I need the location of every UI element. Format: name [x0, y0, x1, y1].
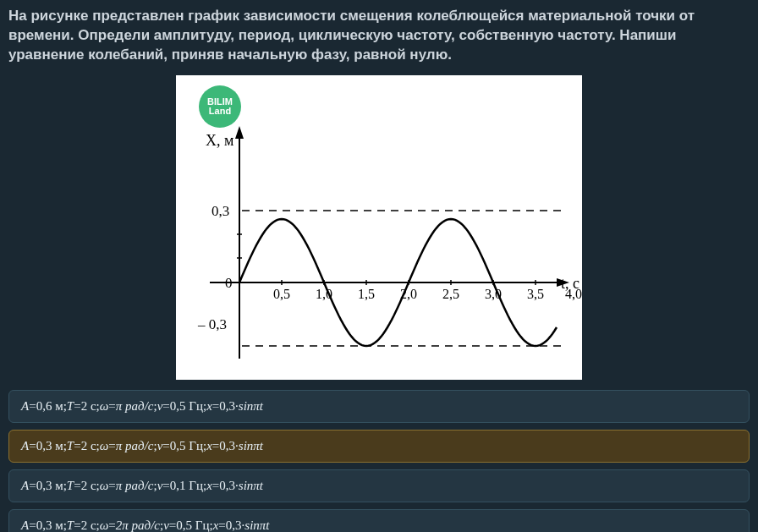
- option-A-symbol: A: [21, 399, 29, 414]
- option-3[interactable]: A = 0,3 м; T = 2 с; ω = π рад/с; ν = 0,1…: [8, 469, 750, 502]
- question-text: На рисунке представлен график зависимост…: [8, 7, 750, 65]
- option-2[interactable]: A = 0,3 м; T = 2 с; ω = π рад/с; ν = 0,5…: [8, 430, 750, 463]
- svg-text:3,0: 3,0: [485, 287, 502, 301]
- svg-text:1,0: 1,0: [316, 287, 332, 301]
- svg-text:0,3: 0,3: [211, 203, 229, 219]
- logo-line2: Land: [209, 107, 231, 116]
- option-A-symbol: A: [21, 439, 29, 453]
- option-A-symbol: A: [21, 518, 29, 532]
- svg-text:4,0: 4,0: [565, 287, 582, 301]
- answer-options: A = 0,6 м; T = 2 с; ω = π рад/с; ν = 0,5…: [8, 390, 750, 532]
- svg-text:2,5: 2,5: [442, 287, 459, 301]
- chart-svg: X, м t, с 0 0,3 – 0,3 0,5 1,0 1,5 2,0 2,…: [176, 75, 582, 380]
- svg-text:2,0: 2,0: [400, 287, 417, 301]
- svg-text:3,5: 3,5: [527, 287, 544, 301]
- svg-text:0,5: 0,5: [273, 287, 290, 301]
- svg-text:– 0,3: – 0,3: [197, 316, 227, 332]
- svg-text:1,5: 1,5: [358, 287, 375, 301]
- option-4[interactable]: A = 0,3 м; T = 2 с; ω = 2π рад/с; ν = 0,…: [8, 509, 750, 532]
- chart-image: BILIM Land X, м t, с 0 0,3: [176, 75, 582, 380]
- svg-marker-1: [235, 126, 244, 139]
- svg-text:0: 0: [225, 275, 233, 291]
- bilim-logo: BILIM Land: [199, 85, 241, 128]
- option-1[interactable]: A = 0,6 м; T = 2 с; ω = π рад/с; ν = 0,5…: [8, 390, 750, 423]
- y-axis-label: X, м: [206, 132, 233, 149]
- option-A-symbol: A: [21, 479, 29, 493]
